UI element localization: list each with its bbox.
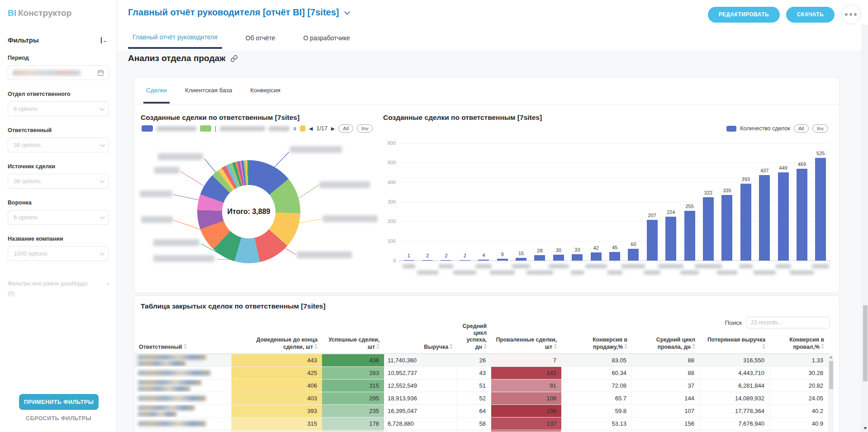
column-header-5[interactable]: Проваленные сделки, шт	[491, 337, 561, 353]
subtab-2[interactable]: Конверсия	[250, 78, 280, 104]
table-cell: 58	[457, 418, 491, 430]
bar[interactable]	[815, 158, 826, 261]
bar[interactable]	[478, 260, 489, 261]
scroll-up-arrow[interactable]	[830, 356, 832, 358]
table-cell: 72.08	[561, 380, 632, 392]
bar[interactable]	[497, 259, 508, 261]
chevron-down-icon	[100, 214, 104, 219]
more-options-button[interactable]	[841, 5, 861, 24]
tab-0[interactable]: Главный отчёт руководителя	[128, 33, 222, 49]
scroll-down-arrow[interactable]	[863, 427, 867, 430]
donut-total-label: Итого: 3,889	[228, 208, 270, 216]
reset-filters-button[interactable]: СБРОСИТЬ ФИЛЬТРЫ	[0, 415, 117, 422]
bar[interactable]	[797, 169, 807, 261]
tab-2[interactable]: О разработчике	[299, 34, 355, 48]
column-header-3[interactable]: Выручка	[384, 344, 457, 353]
link-icon[interactable]	[230, 55, 238, 62]
filter-select-4[interactable]: 6 options	[8, 210, 109, 225]
pie-label-blurred	[153, 239, 199, 246]
table-cell	[700, 430, 770, 432]
table-search-input[interactable]	[746, 317, 830, 328]
bar[interactable]	[553, 255, 564, 261]
filter-select-3[interactable]: 38 options	[8, 174, 109, 189]
bar[interactable]	[572, 254, 583, 261]
bar[interactable]	[628, 249, 639, 261]
legend-label-blurred[interactable]	[157, 126, 196, 131]
apply-filters-button[interactable]: ПРИМЕНИТЬ ФИЛЬТРЫ	[19, 394, 99, 410]
table-cell: 7,676,940	[700, 418, 770, 430]
legend-swatch[interactable]	[300, 125, 305, 132]
tab-1[interactable]: Об отчёте	[241, 34, 280, 48]
responsible-name-blurred	[134, 367, 232, 379]
legend-next-arrow[interactable]: ▶	[331, 126, 335, 132]
chevron-right-icon: ›	[107, 280, 109, 287]
bar[interactable]	[647, 220, 658, 261]
subtab-0[interactable]: Сделки	[146, 78, 167, 104]
legend-label-blurred[interactable]	[220, 126, 265, 131]
table-cell: 144	[632, 392, 700, 404]
table-cell: 88	[632, 367, 700, 379]
legend-inv-button[interactable]: Inv	[357, 124, 373, 133]
filter-label: Название компании	[8, 236, 109, 242]
date-value-blurred	[13, 70, 81, 76]
bar[interactable]	[721, 195, 732, 261]
collapse-sidebar-icon[interactable]: ←	[101, 37, 109, 43]
edit-button[interactable]: РЕДАКТИРОВАТЬ	[708, 7, 780, 23]
bar[interactable]	[778, 172, 789, 261]
charts-card: СделкиКлиентская базаКонверсия Созданные…	[134, 77, 840, 293]
bar-value: 1	[399, 253, 419, 258]
legend-swatch[interactable]	[142, 125, 153, 132]
bar[interactable]	[534, 255, 545, 261]
report-tabs: Главный отчёт руководителяОб отчётеО раз…	[117, 26, 868, 50]
bar[interactable]	[441, 260, 451, 261]
period-date-input[interactable]	[8, 65, 109, 80]
bar[interactable]	[516, 258, 526, 261]
bar[interactable]	[703, 197, 714, 261]
bar[interactable]	[591, 252, 602, 261]
x-axis-tick	[615, 261, 615, 263]
chevron-down-icon	[100, 142, 104, 147]
legend-label-blurred[interactable]	[269, 126, 289, 131]
bar[interactable]	[460, 260, 470, 261]
bar[interactable]	[684, 211, 695, 261]
table-cell: 14,089,932	[700, 392, 770, 404]
filter-select-1[interactable]: 8 options	[8, 101, 109, 116]
bar-inv-button[interactable]: Inv	[812, 124, 828, 133]
download-button[interactable]: СКАЧАТЬ	[786, 7, 835, 23]
subtab-1[interactable]: Клиентская база	[185, 78, 232, 104]
column-header-9[interactable]: Конверсия в провал,%	[770, 337, 829, 353]
column-header-4[interactable]: Средний цикл успеха, дн	[457, 323, 491, 353]
table-cell	[561, 430, 632, 432]
outer-filters-toggle[interactable]: Фильтры вне рамок дашборда ›	[8, 280, 109, 287]
filter-select-5[interactable]: 1000 options	[8, 246, 109, 261]
report-title-dropdown[interactable]: Главный отчёт руководителя [отчёт BI] [7…	[128, 7, 349, 18]
x-axis-label-blurred	[754, 271, 776, 275]
table-scrollbar-thumb[interactable]	[829, 361, 833, 389]
page-scrollbar-thumb[interactable]	[863, 305, 868, 381]
column-header-1[interactable]: Доведенные до конца сделки, шт	[232, 337, 322, 353]
bar-all-button[interactable]: All	[794, 124, 809, 133]
bar[interactable]	[665, 217, 676, 261]
bar[interactable]	[759, 175, 770, 261]
filter-select-2[interactable]: 38 options	[8, 138, 109, 152]
x-axis-label-blurred	[776, 264, 791, 268]
legend-swatch[interactable]	[726, 126, 736, 132]
column-header-8[interactable]: Потерянная выручка	[700, 337, 770, 353]
bar[interactable]	[403, 260, 414, 261]
table-cell: 443	[232, 354, 322, 366]
column-header-6[interactable]: Конверсия в продажу,%	[561, 337, 632, 353]
column-header-7[interactable]: Средний цикл провала, дн	[632, 337, 700, 353]
table-cell: 142	[491, 367, 561, 379]
bar[interactable]	[422, 260, 433, 261]
bar[interactable]	[740, 184, 751, 261]
y-axis-tick: 600	[376, 140, 396, 146]
legend-all-button[interactable]: All	[338, 124, 353, 133]
x-axis-label-blurred	[658, 264, 683, 268]
column-header-2[interactable]: Успешные сделки, шт	[322, 337, 384, 353]
bar[interactable]	[609, 252, 620, 261]
select-value: 1000 options	[14, 250, 47, 257]
legend-swatch[interactable]	[200, 125, 211, 132]
legend-prev-arrow[interactable]: ◀	[309, 126, 313, 132]
column-header-0[interactable]: Ответственный	[134, 344, 232, 353]
table-cell: 403	[232, 392, 322, 404]
